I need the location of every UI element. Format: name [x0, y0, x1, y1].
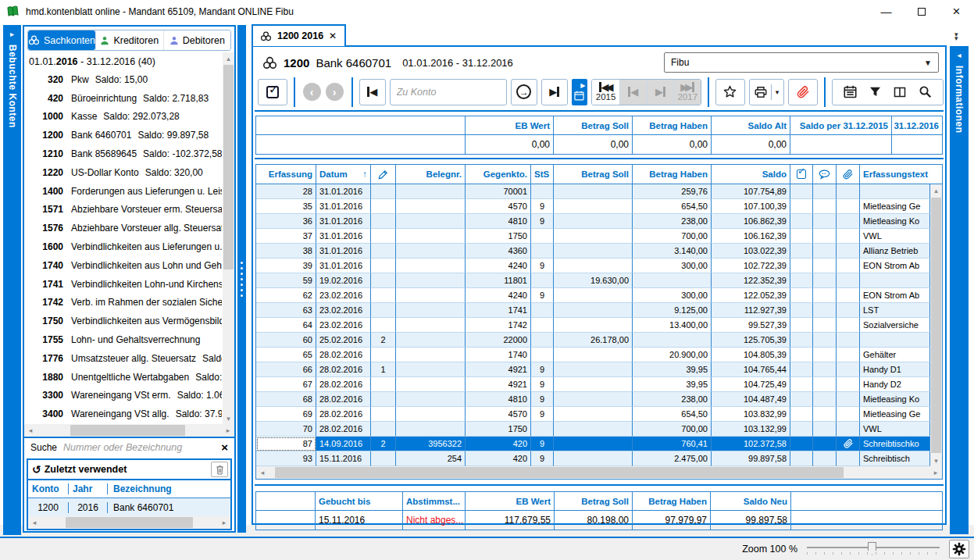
account-list-item[interactable]: 3300 Wareneingang VSt erm. Saldo: 1.062, [27, 387, 222, 405]
col-bezeichnung[interactable]: Bezeichnung [108, 483, 230, 494]
tab-sachkonten[interactable]: Sachkonten [28, 30, 95, 50]
last-account-button[interactable]: ▶ [541, 79, 568, 105]
booking-row[interactable]: 66 28.02.2016 1 4921 9 39,95 104.765,44 [256, 362, 930, 377]
booking-row[interactable]: 68 28.02.2016 4810 9 238,00 104.487,49 [256, 392, 930, 407]
booking-row[interactable]: 93 15.11.2016 254 420 9 2.475,00 99.897,… [256, 451, 930, 466]
account-list-item[interactable]: 1576 Abziehbare Vorsteuer allg. Steuersa… [27, 219, 222, 237]
col-comment[interactable] [813, 165, 837, 184]
bebuchte-konten-strip[interactable]: ▸ Bebuchte Konten [3, 25, 21, 535]
clear-history-button[interactable] [211, 462, 228, 477]
account-list-item[interactable]: 1000 Kasse Saldo: 292.073,28 [27, 108, 222, 127]
col-korrektur[interactable] [371, 165, 396, 184]
account-list-item[interactable]: 1220 US-Dollar Konto Saldo: 320,00 [27, 163, 222, 182]
booking-row[interactable]: 70 28.02.2016 1750 700,00 103.132,99 [256, 422, 930, 437]
go-to-account-button[interactable]: → [511, 79, 537, 105]
col-gegenkto[interactable]: Gegenkto. [466, 165, 531, 184]
col-betrag-haben[interactable]: Betrag Haben [633, 165, 712, 184]
scrollbar-thumb[interactable] [70, 425, 185, 436]
scroll-left-icon[interactable]: ◂ [256, 469, 269, 476]
expand-right-icon[interactable]: ▸ [10, 30, 14, 38]
accounts-vertical-scrollbar[interactable]: ▴ ▾ [223, 52, 234, 424]
col-checked[interactable]: ✓ [790, 165, 813, 184]
recent-table-row[interactable]: 1200 2016 Bank 6460701 [28, 498, 230, 516]
account-list-item[interactable]: 1571 Abziehbare Vorsteuer erm. Steuersat… [27, 201, 222, 219]
account-list-item[interactable]: 1741 Verbindlichkeiten Lohn-und Kirchens… [27, 275, 222, 294]
search-input[interactable] [63, 442, 215, 453]
account-list-item[interactable]: 1200 Bank 6460701 Saldo: 99.897,58 [27, 126, 222, 144]
account-list-item[interactable]: 1880 Unentgeltliche Wertabgaben Saldo: 9 [27, 368, 222, 387]
close-tab-icon[interactable]: ✕ [329, 30, 337, 41]
col-betrag-soll[interactable]: Betrag Soll [554, 165, 633, 184]
scroll-down-icon[interactable]: ▾ [223, 412, 234, 424]
booking-row[interactable]: 87 14.09.2016 2 3956322 420 9 760,41 102… [256, 437, 930, 451]
mandant-select[interactable]: Fibu ▼ [664, 52, 939, 73]
account-list-item[interactable]: 1740 Verbindlichkeiten aus Lohn und Geha… [27, 256, 222, 275]
scrollbar-thumb[interactable] [223, 65, 234, 269]
informationen-strip[interactable]: ◂ Informationen [950, 46, 969, 534]
booking-row[interactable]: 38 31.01.2016 4360 3.140,00 103.022,39 [256, 244, 930, 259]
expand-left-icon[interactable]: ◂ [957, 52, 961, 59]
account-list-item[interactable]: 1776 Umsatzsteuer allg. Steuersatz Saldo… [27, 349, 222, 368]
scrollbar-thumb[interactable] [275, 467, 844, 478]
scrollbar-track[interactable] [41, 516, 218, 529]
account-list-item[interactable]: 1750 Verbindlichkeiten aus Vermögensbild… [27, 312, 222, 330]
account-list-item[interactable]: 1742 Verb. im Rahmen der sozialen Sicher… [27, 294, 222, 312]
scroll-right-icon[interactable]: ▸ [929, 469, 942, 476]
print-dropdown-icon[interactable]: ▾ [771, 84, 780, 100]
scroll-right-icon[interactable]: ▸ [218, 519, 230, 526]
booking-row[interactable]: 35 31.01.2016 4570 9 654,50 107.100,39 [256, 199, 930, 214]
scrollbar-thumb[interactable] [931, 198, 941, 453]
account-list-item[interactable]: 420 Büroeinrichtung Saldo: 2.718,83 [27, 89, 222, 108]
panel-splitter[interactable] [237, 25, 246, 533]
scroll-up-icon[interactable]: ▴ [223, 52, 234, 64]
nav-forward-button[interactable]: › [326, 83, 344, 101]
scroll-left-icon[interactable]: ◂ [28, 519, 41, 526]
scroll-down-icon[interactable]: ▾ [930, 455, 942, 466]
year-first-button[interactable]: ◀◀ 2015 [592, 80, 619, 105]
favorite-button[interactable] [715, 79, 745, 105]
scrollbar-track[interactable] [269, 466, 929, 479]
col-belegnr[interactable]: Belegnr. [396, 165, 466, 184]
zu-konto-input[interactable] [390, 79, 507, 105]
accounts-horizontal-scrollbar[interactable]: ◂ ▸ [24, 424, 234, 437]
close-button[interactable]: × [939, 0, 974, 23]
account-list-item[interactable]: 3400 Wareneingang VSt allg. Saldo: 37.93… [27, 405, 222, 423]
search-button[interactable] [919, 85, 932, 98]
settings-button[interactable] [949, 540, 969, 558]
year-prev-button[interactable]: ◀ [619, 80, 647, 105]
account-list-item[interactable]: 1600 Verbindlichkeiten aus Lieferungen u… [27, 237, 222, 256]
account-list-item[interactable]: 1755 Lohn- und Gehaltsverrechnung [27, 330, 222, 349]
print-button[interactable]: ▾ [749, 79, 785, 105]
booking-row[interactable]: 28 31.01.2016 70001 259,76 107.754,89 [256, 184, 930, 199]
filter-button[interactable] [869, 86, 881, 98]
columns-button[interactable] [894, 86, 906, 98]
scroll-right-icon[interactable]: ▸ [222, 426, 234, 434]
booking-row[interactable]: 63 23.02.2016 1741 9.125,00 112.927,39 [256, 303, 930, 318]
year-next-button[interactable]: ▶ [647, 80, 674, 105]
booking-row[interactable]: 60 25.02.2016 2 22000 26.178,00 125.705,… [256, 333, 930, 348]
calendar-button[interactable] [844, 85, 857, 98]
tab-kreditoren[interactable]: Kreditoren [95, 30, 162, 50]
recent-horizontal-scrollbar[interactable]: ◂ ▸ [28, 516, 230, 529]
account-list-item[interactable]: 320 Pkw Saldo: 15,00 [27, 70, 222, 89]
booking-row[interactable]: 39 31.01.2016 4240 9 300,00 102.722,39 [256, 259, 930, 273]
booking-row[interactable]: 64 23.02.2016 1742 13.400,00 99.527,39 [256, 318, 930, 333]
maximize-button[interactable] [904, 0, 939, 23]
collapse-ribbon-icon[interactable]: ▾▾ [954, 33, 958, 41]
col-sts[interactable]: StS [531, 165, 554, 184]
scroll-up-icon[interactable]: ▴ [930, 184, 942, 196]
col-saldo[interactable]: Saldo [712, 165, 790, 184]
zoom-slider[interactable] [807, 541, 940, 557]
scrollbar-track[interactable] [37, 424, 222, 437]
minimize-button[interactable]: — [869, 0, 904, 23]
col-datum[interactable]: Datum↑ [316, 165, 371, 184]
nav-back-button[interactable]: ‹ [303, 83, 321, 101]
col-konto[interactable]: Konto [28, 483, 69, 494]
booking-row[interactable]: 69 28.02.2016 4570 9 654,50 103.832,99 [256, 407, 930, 422]
scrollbar-thumb[interactable] [66, 517, 193, 528]
col-attachment[interactable] [837, 165, 860, 184]
attachment-button[interactable] [788, 79, 818, 105]
tab-debitoren[interactable]: Debitoren [163, 30, 230, 50]
col-jahr[interactable]: Jahr [69, 483, 108, 494]
booking-row[interactable]: 62 23.02.2016 4240 9 300,00 122.052,39 [256, 288, 930, 303]
